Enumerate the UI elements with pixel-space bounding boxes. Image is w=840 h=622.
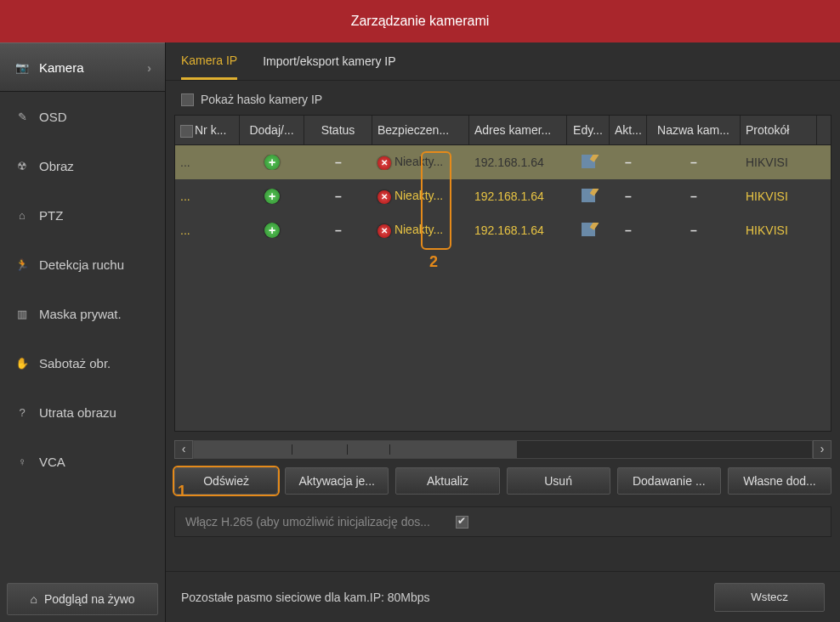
cell-add[interactable]: + bbox=[240, 189, 304, 204]
cell-security: ✕ Nieakty... bbox=[372, 189, 469, 204]
show-password-row: Pokaż hasło kamery IP bbox=[166, 81, 840, 115]
image-icon: ☢ bbox=[15, 160, 29, 172]
live-view-button[interactable]: ⌂ Podgląd na żywo bbox=[7, 583, 158, 615]
table-row[interactable]: ... + – ✕ Nieakty... 192.168.1.64 – – HI… bbox=[175, 179, 831, 213]
activate-button[interactable]: Aktywacja je... bbox=[285, 467, 389, 495]
sidebar-item-privacy-mask[interactable]: ▥ Maska prywat. bbox=[0, 289, 165, 338]
tab-import-export[interactable]: Import/eksport kamery IP bbox=[263, 44, 395, 78]
sidebar-item-ptz[interactable]: ⌂ PTZ bbox=[0, 190, 165, 240]
cell-protocol: HIKVISI bbox=[741, 223, 817, 237]
col-address[interactable]: Adres kamer... bbox=[469, 116, 567, 144]
table-body: ... + – ✕ Nieakty... 192.168.1.64 – – HI… bbox=[175, 145, 831, 431]
main-panel: Kamera IP Import/eksport kamery IP Pokaż… bbox=[166, 42, 840, 622]
cell-security: ✕ Nieakty... bbox=[372, 223, 469, 238]
tabs: Kamera IP Import/eksport kamery IP bbox=[166, 42, 840, 81]
chevron-right-icon: › bbox=[147, 60, 151, 75]
cell-update: – bbox=[610, 223, 647, 237]
warning-icon: ✕ bbox=[377, 224, 391, 238]
col-number[interactable]: Nr k... bbox=[175, 116, 240, 144]
edit-icon[interactable] bbox=[582, 223, 595, 236]
cell-status: – bbox=[304, 156, 372, 169]
cell-address: 192.168.1.64 bbox=[469, 156, 567, 169]
cell-add[interactable]: + bbox=[240, 223, 304, 238]
h265-label: Włącz H.265 (aby umożliwić inicjalizację… bbox=[185, 515, 430, 529]
custom-add-button[interactable]: Własne dod... bbox=[728, 467, 831, 495]
sidebar-item-kamera[interactable]: 📷 Kamera › bbox=[0, 42, 165, 92]
col-edit[interactable]: Edy... bbox=[567, 116, 610, 144]
cell-status: – bbox=[304, 223, 372, 237]
horizontal-scrollbar[interactable]: ‹ › bbox=[174, 440, 831, 459]
sidebar-item-obraz[interactable]: ☢ Obraz bbox=[0, 141, 165, 190]
col-protocol[interactable]: Protokół bbox=[741, 116, 817, 144]
camera-table: Nr k... Dodaj/... Status Bezpieczen... A… bbox=[174, 115, 831, 432]
cell-number: ... bbox=[175, 223, 240, 237]
refresh-button[interactable]: Odśwież bbox=[174, 467, 278, 495]
vca-icon: ♀ bbox=[15, 455, 29, 468]
col-update[interactable]: Akt... bbox=[610, 116, 647, 144]
show-password-label: Pokaż hasło kamery IP bbox=[201, 93, 322, 106]
scroll-right-button[interactable]: › bbox=[813, 440, 831, 459]
cell-add[interactable]: + bbox=[240, 155, 304, 170]
sidebar-item-label: PTZ bbox=[39, 208, 63, 223]
annotation-number-2: 2 bbox=[429, 253, 438, 271]
bandwidth-label: Pozostałe pasmo sieciowe dla kam.IP: 80M… bbox=[181, 591, 714, 604]
sidebar-item-label: Utrata obrazu bbox=[39, 405, 116, 420]
scroll-track[interactable] bbox=[193, 440, 813, 459]
motion-icon: 🏃 bbox=[15, 258, 29, 271]
select-all-checkbox[interactable] bbox=[180, 125, 193, 138]
question-icon: ? bbox=[15, 406, 29, 419]
col-status[interactable]: Status bbox=[304, 116, 372, 144]
cell-update: – bbox=[610, 156, 647, 169]
warning-icon: ✕ bbox=[377, 190, 391, 204]
cell-name: – bbox=[647, 156, 741, 169]
sidebar-item-vca[interactable]: ♀ VCA bbox=[0, 437, 165, 486]
cell-edit[interactable] bbox=[567, 223, 610, 239]
delete-button[interactable]: Usuń bbox=[507, 467, 610, 495]
cell-address: 192.168.1.64 bbox=[469, 223, 567, 237]
live-view-label: Podgląd na żywo bbox=[44, 592, 135, 606]
tab-kamera-ip[interactable]: Kamera IP bbox=[181, 43, 237, 80]
cell-protocol: HIKVISI bbox=[741, 189, 817, 203]
window-title: Zarządzanie kamerami bbox=[0, 0, 840, 42]
sidebar-item-label: Kamera bbox=[39, 60, 84, 75]
show-password-checkbox[interactable] bbox=[181, 93, 194, 106]
sidebar-item-label: Maska prywat. bbox=[39, 307, 122, 321]
camera-icon: 📷 bbox=[15, 61, 29, 74]
cell-edit[interactable] bbox=[567, 189, 610, 205]
sidebar-item-label: OSD bbox=[39, 110, 67, 124]
col-security[interactable]: Bezpieczen... bbox=[372, 116, 469, 144]
sidebar-item-osd[interactable]: ✎ OSD bbox=[0, 92, 165, 141]
sidebar-item-tamper[interactable]: ✋ Sabotaż obr. bbox=[0, 338, 165, 387]
cell-edit[interactable] bbox=[567, 155, 610, 171]
h265-row: Włącz H.265 (aby umożliwić inicjalizację… bbox=[174, 506, 831, 537]
cell-security: ✕ Nieakty... bbox=[372, 155, 469, 170]
scroll-thumb[interactable] bbox=[194, 441, 517, 458]
cell-name: – bbox=[647, 189, 741, 203]
col-name[interactable]: Nazwa kam... bbox=[647, 116, 741, 144]
edit-icon[interactable] bbox=[582, 189, 595, 202]
cell-status: – bbox=[304, 189, 372, 203]
update-button[interactable]: Aktualiz bbox=[395, 467, 499, 495]
back-button[interactable]: Wstecz bbox=[714, 583, 825, 612]
table-row[interactable]: ... + – ✕ Nieakty... 192.168.1.64 – – HI… bbox=[175, 213, 831, 247]
plus-icon[interactable]: + bbox=[264, 155, 280, 170]
col-add[interactable]: Dodaj/... bbox=[240, 116, 304, 144]
table-row[interactable]: ... + – ✕ Nieakty... 192.168.1.64 – – HI… bbox=[175, 145, 831, 179]
home-icon: ⌂ bbox=[30, 592, 37, 606]
cell-name: – bbox=[647, 223, 741, 237]
footer: Pozostałe pasmo sieciowe dla kam.IP: 80M… bbox=[166, 571, 840, 622]
edit-icon[interactable] bbox=[582, 155, 595, 168]
sidebar-item-label: VCA bbox=[39, 455, 65, 469]
scroll-left-button[interactable]: ‹ bbox=[174, 440, 193, 459]
table-header: Nr k... Dodaj/... Status Bezpieczen... A… bbox=[175, 116, 831, 145]
h265-checkbox[interactable] bbox=[456, 516, 468, 529]
cell-update: – bbox=[610, 189, 647, 203]
ptz-icon: ⌂ bbox=[15, 209, 29, 222]
sidebar-item-motion[interactable]: 🏃 Detekcja ruchu bbox=[0, 240, 165, 289]
sidebar-item-video-loss[interactable]: ? Utrata obrazu bbox=[0, 387, 165, 437]
cell-number: ... bbox=[175, 189, 240, 203]
plus-icon[interactable]: + bbox=[264, 189, 280, 204]
add-button[interactable]: Dodawanie ... bbox=[617, 467, 721, 495]
plus-icon[interactable]: + bbox=[264, 223, 280, 238]
sidebar: 📷 Kamera › ✎ OSD ☢ Obraz ⌂ PTZ 🏃 Detekcj… bbox=[0, 42, 166, 622]
